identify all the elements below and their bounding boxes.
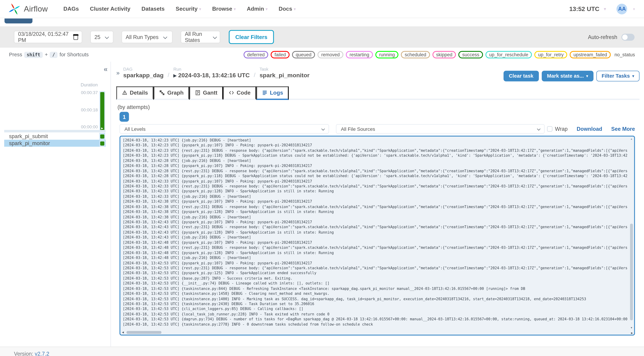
run-duration-bar[interactable]: ▶ <box>100 92 104 131</box>
log-line: [2024-03-18, 13:42:53 UTC] {taskinstance… <box>123 301 628 306</box>
chevron-down-icon <box>163 35 167 39</box>
tab-label: Details <box>130 90 148 96</box>
attempt-tab-1[interactable]: 1 <box>120 112 129 122</box>
breadcrumb-dag[interactable]: DAG sparkapp_dag <box>123 67 164 79</box>
nav-item-label: Browse <box>212 6 232 12</box>
log-line: [2024-03-18, 13:42:23 UTC] {job.py:216} … <box>123 138 628 143</box>
utc-clock[interactable]: 13:52 UTC ▾ <box>569 6 606 13</box>
log-level-select[interactable]: All Levels <box>120 124 329 134</box>
avatar[interactable]: AA <box>617 4 628 14</box>
clear-filters-button[interactable]: Clear Filters <box>229 30 274 44</box>
shortcut-hint: Press shift + / for Shortcuts <box>9 52 89 58</box>
detail-tabs: DetailsGraphGanttCodeLogs <box>116 86 640 100</box>
date-filter-value: 03/18/2024, 01:52:47 PM <box>18 31 73 43</box>
date-filter-input[interactable]: 03/18/2024, 01:52:47 PM <box>14 31 82 43</box>
log-line: [2024-03-18, 13:42:43 UTC] {pyspark_pi.p… <box>123 230 628 235</box>
collapse-panel-icon[interactable]: « <box>104 66 108 73</box>
clipped-button-remnant <box>4 19 32 24</box>
log-line: [2024-03-18, 13:42:38 UTC] {pyspark_pi.p… <box>123 199 628 204</box>
tab-code[interactable]: Code <box>223 86 256 100</box>
nav-item-label: Admin <box>247 6 264 12</box>
log-line: [2024-03-18, 13:42:38 UTC] {pyspark_pi.p… <box>123 209 628 214</box>
log-viewer[interactable]: [2024-03-18, 13:42:23 UTC] {job.py:216} … <box>120 136 635 335</box>
calendar-icon[interactable] <box>73 34 78 40</box>
chevron-down-icon: ▾ <box>586 74 588 78</box>
chevron-down-icon <box>105 35 109 39</box>
log-source-select[interactable]: All File Sources <box>336 124 544 134</box>
download-logs-link[interactable]: Download <box>577 126 602 132</box>
task-detail-panel: » DAG sparkapp_dag / Run ▶2024-03-18, 13… <box>111 62 644 347</box>
expand-panel-icon[interactable]: » <box>116 69 120 76</box>
wrap-checkbox[interactable] <box>547 126 553 132</box>
task-success-square[interactable] <box>100 134 104 138</box>
breadcrumb-task[interactable]: Task spark_pi_monitor <box>260 67 310 79</box>
tab-logs[interactable]: Logs <box>256 86 289 100</box>
status-badge-deferred: deferred <box>243 51 268 58</box>
nav-item-dags[interactable]: DAGs <box>64 6 79 12</box>
horizontal-scrollbar[interactable]: ◀ <box>121 330 628 334</box>
task-id: spark_pi_monitor <box>260 72 310 79</box>
status-badge-up-for-reschedule: up_for_reschedule <box>486 51 532 58</box>
chevron-down-icon: ▾ <box>632 74 634 78</box>
wrap-toggle[interactable]: Wrap <box>547 126 568 132</box>
see-more-link[interactable]: See More <box>611 126 635 132</box>
log-line: [2024-03-18, 13:42:53 UTC] {base.py:287}… <box>123 276 628 281</box>
log-line: [2024-03-18, 13:42:23 UTC] {pyspark_pi.p… <box>123 143 628 148</box>
tab-label: Graph <box>167 90 184 96</box>
nav-item-admin[interactable]: Admin▾ <box>247 6 268 12</box>
task-run-cell <box>100 133 105 140</box>
log-line: [2024-03-18, 13:42:43 UTC] {job.py:216} … <box>123 235 628 240</box>
duration-tick: 00:00:18 <box>81 107 98 112</box>
task-run-cell <box>100 140 105 147</box>
log-line: [2024-03-18, 13:42:28 UTC] {rest.py:231}… <box>123 168 628 173</box>
log-line: [2024-03-18, 13:42:53 UTC] {taskinstance… <box>123 291 628 296</box>
chevron-down-icon: ▾ <box>199 7 201 11</box>
scroll-right-icon[interactable]: ▶ <box>631 331 633 334</box>
clear-task-button[interactable]: Clear task <box>504 71 539 81</box>
version-link[interactable]: v2.7.2 <box>35 351 49 356</box>
tab-details[interactable]: Details <box>116 86 154 100</box>
nav-item-security[interactable]: Security▾ <box>176 6 201 12</box>
task-name: spark_pi_monitor <box>4 140 50 146</box>
clock-value: 13:52 UTC <box>569 6 599 13</box>
tab-graph[interactable]: Graph <box>154 86 189 100</box>
status-badge-queued: queued <box>292 51 315 58</box>
user-menu-caret-icon[interactable]: ▾ <box>633 7 635 11</box>
auto-refresh-toggle[interactable] <box>622 34 634 41</box>
slash-key: / <box>50 52 58 58</box>
nav-item-docs[interactable]: Docs▾ <box>278 6 296 12</box>
log-line: [2024-03-18, 13:42:53 UTC] {pyspark_pi.p… <box>123 271 628 276</box>
footer: Version: v2.7.2 <box>0 346 644 356</box>
task-row-spark-pi-submit[interactable]: spark_pi_submit <box>4 133 106 140</box>
auto-refresh-control: Auto-refresh <box>588 34 634 41</box>
mark-state-button[interactable]: Mark state as... ▾ <box>542 71 594 81</box>
tab-gantt[interactable]: Gantt <box>189 86 223 100</box>
vertical-scrollbar[interactable]: ▲ ▼ <box>629 137 634 330</box>
run-states-select[interactable]: All Run States <box>181 31 220 43</box>
nav-item-cluster-activity[interactable]: Cluster Activity <box>90 6 130 12</box>
chevron-down-icon: ▾ <box>266 7 268 11</box>
log-line: [2024-03-18, 13:42:28 UTC] {pyspark_pi.p… <box>123 163 628 168</box>
airflow-brand[interactable]: Airflow <box>8 3 48 15</box>
horizontal-scroll-thumb[interactable] <box>126 331 162 334</box>
nav-item-label: Security <box>176 6 198 12</box>
shift-key: shift <box>24 52 43 58</box>
task-row-spark-pi-monitor[interactable]: spark_pi_monitor <box>4 140 106 147</box>
scroll-up-icon[interactable]: ▲ <box>629 138 634 140</box>
breadcrumb-run[interactable]: Run ▶2024-03-18, 13:42:16 UTC <box>174 67 250 79</box>
nav-item-datasets[interactable]: Datasets <box>142 6 164 12</box>
filter-tasks-button[interactable]: Filter Tasks ▾ <box>596 71 640 81</box>
run-types-select[interactable]: All Run Types <box>122 31 172 43</box>
content-area: « Duration 00:00:3700:00:1800:00:00 ▶ sp… <box>0 62 644 347</box>
task-name: spark_pi_submit <box>4 133 48 139</box>
scroll-down-icon[interactable]: ▼ <box>629 326 634 329</box>
nav-item-browse[interactable]: Browse▾ <box>212 6 236 12</box>
header-gap <box>0 18 644 26</box>
page-size-select[interactable]: 25 <box>90 31 113 43</box>
chevron-down-icon: ▾ <box>604 7 606 11</box>
vertical-scroll-thumb[interactable] <box>630 224 633 320</box>
task-success-square[interactable] <box>100 141 104 145</box>
run-id: 2024-03-18, 13:42:16 UTC <box>178 72 250 79</box>
status-badge-up-for-retry: up_for_retry <box>534 51 567 58</box>
scroll-left-icon[interactable]: ◀ <box>122 331 124 333</box>
